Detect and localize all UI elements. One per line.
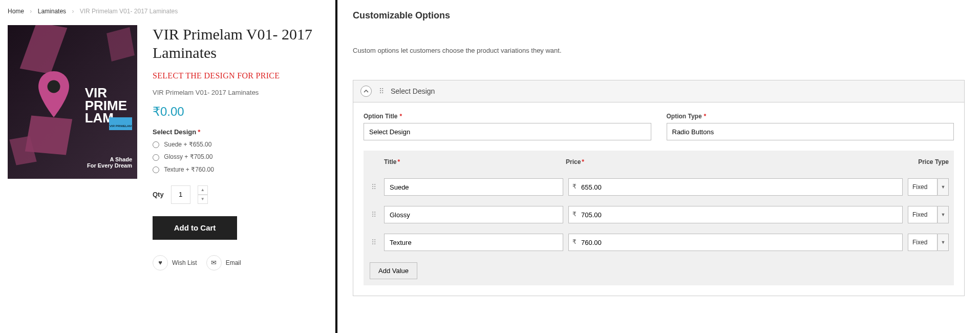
value-title-input[interactable] <box>384 206 563 223</box>
option-label: Select Design* <box>153 128 328 136</box>
radio-glossy[interactable] <box>153 154 159 161</box>
col-header-price: Price* <box>566 158 908 165</box>
price-type-select[interactable]: Fixed <box>908 206 938 223</box>
rupee-icon: ₹ <box>572 238 577 245</box>
col-header-title: Title* <box>384 158 566 165</box>
value-price-input[interactable] <box>568 178 903 196</box>
chevron-down-icon[interactable]: ▼ <box>938 206 949 223</box>
drag-handle-icon[interactable]: ⠿ <box>379 87 384 95</box>
wishlist-button[interactable]: ♥ Wish List <box>153 255 197 270</box>
option-title-input[interactable] <box>364 123 651 140</box>
price-type-select[interactable]: Fixed <box>908 234 938 251</box>
drag-handle-icon[interactable]: ⠿ <box>369 238 379 246</box>
value-price-input[interactable] <box>568 234 903 251</box>
value-row: ⠿ ₹ Fixed ▼ <box>364 173 954 201</box>
radio-texture[interactable] <box>153 167 159 173</box>
radio-glossy-label: Glossy + ₹705.00 <box>164 153 212 160</box>
option-suede[interactable]: Suede + ₹655.00 <box>153 141 328 148</box>
radio-suede-label: Suede + ₹655.00 <box>164 141 211 148</box>
breadcrumb: Home › Laminates › VIR Primelam V01- 201… <box>8 8 328 15</box>
option-type-label: Option Type* <box>667 113 954 120</box>
image-tagline: A Shade For Every Dream <box>87 156 132 169</box>
add-to-cart-button[interactable]: Add to Cart <box>153 216 237 240</box>
option-title-label: Option Title* <box>364 113 651 120</box>
radio-texture-label: Texture + ₹760.00 <box>164 166 214 173</box>
chevron-down-icon[interactable]: ▼ <box>938 234 949 251</box>
breadcrumb-current: VIR Primelam V01- 2017 Laminates <box>80 8 178 15</box>
value-price-input[interactable] <box>568 206 903 223</box>
product-price: ₹0.00 <box>153 105 328 119</box>
radio-suede[interactable] <box>153 141 159 148</box>
rupee-icon: ₹ <box>572 211 577 218</box>
breadcrumb-home[interactable]: Home <box>8 8 24 15</box>
customizable-options-heading: Customizable Options <box>353 10 965 21</box>
drag-handle-icon[interactable]: ⠿ <box>369 211 379 219</box>
svg-point-0 <box>48 80 60 93</box>
col-header-price-type: Price Type <box>908 158 949 165</box>
option-accordion-header[interactable]: ⠿ Select Design <box>353 80 965 102</box>
select-design-message: SELECT THE DESIGN FOR PRICE <box>153 71 328 80</box>
option-glossy[interactable]: Glossy + ₹705.00 <box>153 153 328 160</box>
rupee-icon: ₹ <box>572 183 577 190</box>
product-image[interactable]: VIR PRIME LAM VIR PRIMELAM A Shade For E… <box>8 25 137 179</box>
heart-icon: ♥ <box>153 255 168 270</box>
chevron-right-icon: › <box>30 8 32 15</box>
pin-icon <box>38 71 69 117</box>
value-row: ⠿ ₹ Fixed ▼ <box>364 228 954 256</box>
qty-down-button[interactable]: ▼ <box>198 195 208 204</box>
add-value-button[interactable]: Add Value <box>370 262 417 279</box>
product-subtitle: VIR Primelam V01- 2017 Laminates <box>153 89 328 96</box>
chevron-down-icon[interactable]: ▼ <box>938 178 949 196</box>
email-label: Email <box>226 259 241 266</box>
chevron-right-icon: › <box>72 8 74 15</box>
value-title-input[interactable] <box>384 178 563 196</box>
drag-handle-icon[interactable]: ⠿ <box>369 183 379 191</box>
customizable-options-hint: Custom options let customers choose the … <box>353 47 965 54</box>
qty-label: Qty <box>153 191 164 198</box>
qty-input[interactable] <box>171 185 190 204</box>
option-texture[interactable]: Texture + ₹760.00 <box>153 166 328 173</box>
wishlist-label: Wish List <box>172 259 197 266</box>
value-row: ⠿ ₹ Fixed ▼ <box>364 201 954 228</box>
price-type-select[interactable]: Fixed <box>908 178 938 196</box>
collapse-icon[interactable] <box>360 86 372 97</box>
email-button[interactable]: ✉ Email <box>206 255 241 270</box>
value-title-input[interactable] <box>384 234 563 251</box>
product-title: VIR Primelam V01- 2017 Laminates <box>153 25 328 62</box>
mail-icon: ✉ <box>206 255 222 270</box>
option-type-select[interactable] <box>667 123 954 140</box>
image-logo: VIR PRIMELAM <box>109 117 132 130</box>
qty-up-button[interactable]: ▲ <box>198 185 208 195</box>
breadcrumb-category[interactable]: Laminates <box>38 8 66 15</box>
accordion-title: Select Design <box>391 87 435 95</box>
